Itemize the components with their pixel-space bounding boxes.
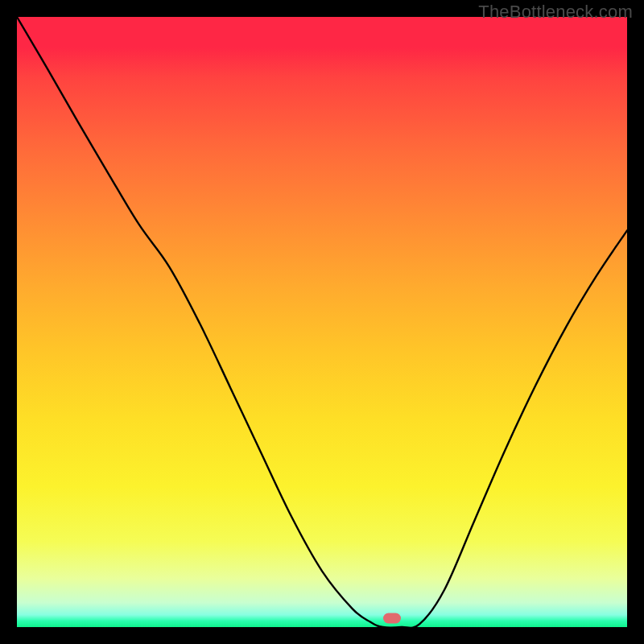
chart-frame: TheBottleneck.com [0,0,644,644]
optimal-point-marker [383,613,401,623]
bottleneck-curve [17,17,627,627]
watermark-text: TheBottleneck.com [478,2,633,23]
plot-area [17,17,627,627]
